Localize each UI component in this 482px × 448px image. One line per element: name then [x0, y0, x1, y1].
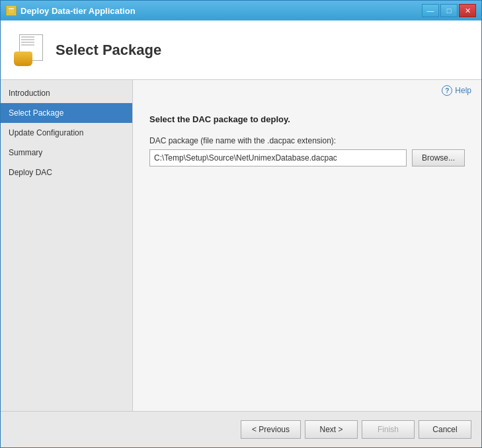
main-content: ? Help Select the DAC package to deploy.… — [133, 80, 481, 411]
next-button[interactable]: Next > — [305, 420, 358, 439]
finish-button[interactable]: Finish — [362, 420, 415, 439]
window-title: Deploy Data-tier Application — [20, 6, 136, 16]
title-bar: Deploy Data-tier Application — □ ✕ — [1, 1, 481, 20]
sidebar-item-select-package[interactable]: Select Package — [1, 103, 132, 123]
help-label: Help — [455, 86, 471, 95]
sidebar: Introduction Select Package Update Confi… — [1, 80, 133, 411]
section-title: Select the DAC package to deploy. — [149, 114, 465, 124]
close-button[interactable]: ✕ — [459, 4, 476, 17]
header-title: Select Package — [56, 42, 161, 59]
title-bar-buttons: — □ ✕ — [422, 4, 476, 17]
footer: < Previous Next > Finish Cancel — [1, 411, 481, 447]
browse-button[interactable]: Browse... — [412, 149, 465, 167]
header-icon — [14, 34, 46, 66]
cylinder-icon — [14, 52, 32, 66]
sidebar-item-update-configuration[interactable]: Update Configuration — [1, 123, 132, 143]
help-icon: ? — [442, 85, 452, 96]
field-label: DAC package (file name with the .dacpac … — [149, 136, 465, 145]
file-path-input[interactable] — [149, 149, 407, 167]
content-inner: Select the DAC package to deploy. DAC pa… — [133, 101, 481, 411]
sidebar-item-summary[interactable]: Summary — [1, 143, 132, 163]
sidebar-item-introduction[interactable]: Introduction — [1, 83, 132, 103]
cancel-button[interactable]: Cancel — [419, 420, 471, 439]
svg-rect-1 — [9, 8, 14, 9]
sidebar-item-deploy-dac[interactable]: Deploy DAC — [1, 163, 132, 182]
previous-button[interactable]: < Previous — [241, 420, 301, 439]
input-row: Browse... — [149, 149, 465, 167]
minimize-button[interactable]: — — [422, 4, 439, 17]
header: Select Package — [1, 20, 481, 80]
help-link[interactable]: ? Help — [133, 80, 481, 101]
content-area: Introduction Select Package Update Confi… — [1, 80, 481, 411]
main-window: Deploy Data-tier Application — □ ✕ Selec… — [0, 0, 482, 448]
maximize-button[interactable]: □ — [440, 4, 458, 17]
title-left: Deploy Data-tier Application — [6, 5, 136, 16]
app-icon — [6, 5, 17, 16]
